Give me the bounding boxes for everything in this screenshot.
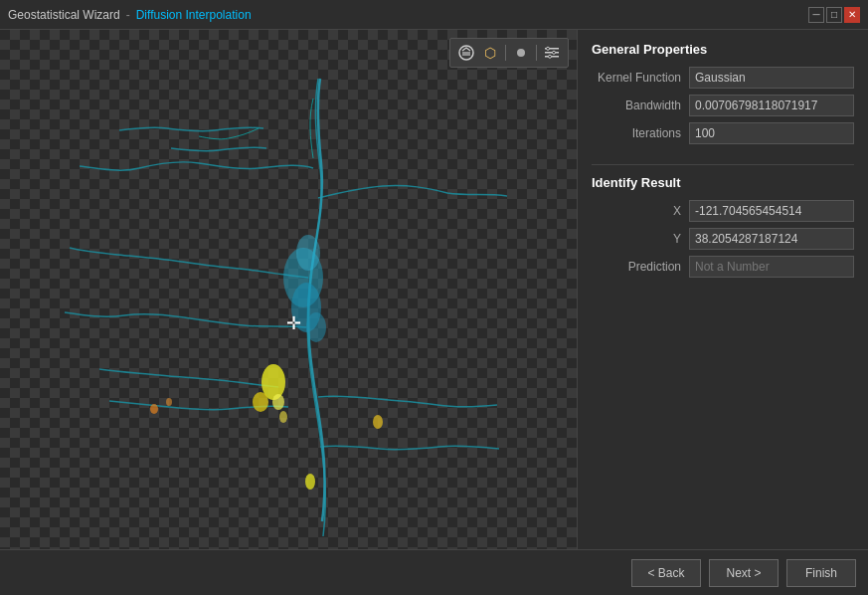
prediction-value: Not a Number <box>689 256 854 278</box>
svg-point-6 <box>279 411 287 423</box>
x-row: X -121.704565454514 <box>592 200 854 222</box>
y-label: Y <box>592 232 681 246</box>
point-button[interactable] <box>510 42 532 64</box>
iterations-label: Iterations <box>592 126 681 140</box>
iterations-row: Iterations 100 <box>592 122 854 144</box>
identify-result-title: Identify Result <box>592 175 854 190</box>
svg-point-4 <box>305 474 315 490</box>
iterations-value: 100 <box>689 122 854 144</box>
finish-button[interactable]: Finish <box>786 559 856 587</box>
window-controls: ─ □ ✕ <box>808 7 860 23</box>
svg-point-21 <box>553 51 556 54</box>
map-area[interactable]: ⬡ ✛ <box>0 30 577 595</box>
minimize-button[interactable]: ─ <box>808 7 824 23</box>
prediction-label: Prediction <box>592 260 681 274</box>
svg-point-7 <box>150 404 158 414</box>
app-name: Geostatistical Wizard <box>8 8 120 22</box>
page-title: Diffusion Interpolation <box>136 8 252 22</box>
close-button[interactable]: ✕ <box>844 7 860 23</box>
x-label: X <box>592 204 681 218</box>
kernel-function-label: Kernel Function <box>592 71 681 85</box>
x-value: -121.704565454514 <box>689 200 854 222</box>
title-separator: - <box>126 8 130 22</box>
svg-point-5 <box>373 415 383 429</box>
kernel-function-value: Gaussian <box>689 67 854 89</box>
y-value: 38.2054287187124 <box>689 228 854 250</box>
svg-point-20 <box>547 47 550 50</box>
right-panel: General Properties Kernel Function Gauss… <box>577 30 868 595</box>
next-button[interactable]: Next > <box>709 559 779 587</box>
svg-point-11 <box>306 312 326 342</box>
map-toolbar: ⬡ <box>449 38 569 68</box>
main-layout: ⬡ ✛ General Properties K <box>0 30 868 595</box>
layer-button[interactable] <box>455 42 477 64</box>
kernel-function-row: Kernel Function Gaussian <box>592 67 854 89</box>
general-properties-title: General Properties <box>592 42 854 57</box>
maximize-button[interactable]: □ <box>826 7 842 23</box>
svg-rect-0 <box>0 49 577 576</box>
back-button[interactable]: < Back <box>631 559 701 587</box>
section-divider <box>592 164 854 165</box>
svg-point-22 <box>549 55 552 58</box>
svg-point-16 <box>517 49 525 57</box>
toolbar-divider <box>505 45 506 61</box>
settings-button[interactable] <box>541 42 563 64</box>
svg-point-12 <box>296 235 320 271</box>
svg-point-2 <box>253 392 268 412</box>
map-visualization <box>0 30 577 595</box>
bottom-bar: < Back Next > Finish <box>0 549 868 595</box>
bandwidth-row: Bandwidth 0.00706798118071917 <box>592 95 854 116</box>
bandwidth-label: Bandwidth <box>592 99 681 112</box>
svg-point-3 <box>272 394 284 410</box>
svg-point-8 <box>166 398 172 406</box>
prediction-row: Prediction Not a Number <box>592 256 854 278</box>
table-button[interactable]: ⬡ <box>479 42 501 64</box>
title-bar: Geostatistical Wizard - Diffusion Interp… <box>0 0 868 30</box>
bandwidth-value: 0.00706798118071917 <box>689 95 854 116</box>
toolbar-divider-2 <box>536 45 537 61</box>
y-row: Y 38.2054287187124 <box>592 228 854 250</box>
